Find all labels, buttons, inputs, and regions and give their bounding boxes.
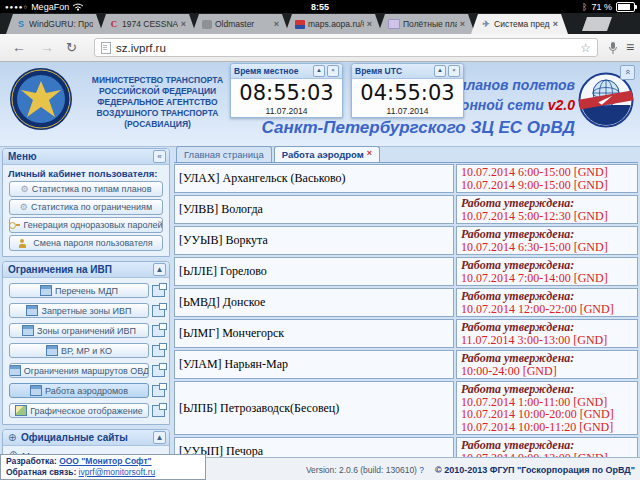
- tab-close-button[interactable]: ×: [367, 19, 372, 29]
- table-row[interactable]: [УЛАМ] Нарьян-Мар Работа утверждена: 10:…: [174, 350, 638, 379]
- table-row[interactable]: [ЬЛЛЕ] Горелово Работа утверждена: 10.07…: [174, 257, 638, 286]
- table-row[interactable]: [УЛАХ] Архангельск (Васьково) 10.07.2014…: [174, 164, 638, 193]
- ios-status-bar: ●●●●○ MegaFon 8:55 ᛒ 71 %: [0, 0, 640, 13]
- schedule-cell: Работа утверждена: 11.07.2014 3:00-13:00…: [456, 319, 638, 348]
- reload-button[interactable]: ↻: [66, 40, 77, 55]
- browser-tab[interactable]: Система представл ×: [471, 14, 568, 34]
- content-tab-close[interactable]: ×: [367, 146, 372, 160]
- browser-tab[interactable]: maps.aopa.ru/#lon/9 ×: [285, 14, 382, 34]
- sidebar-collapse-button[interactable]: «: [153, 150, 166, 163]
- voice-search-icon[interactable]: [608, 41, 618, 55]
- approved-label: Работа утверждена:: [461, 439, 633, 452]
- airport-name-cell: [ЬЛЛЕ] Горелово: [174, 257, 454, 286]
- table-row[interactable]: [ЬЛМГ] Мончегорск Работа утверждена: 11.…: [174, 319, 638, 348]
- restriction-button[interactable]: Ограничения маршрутов ОВД: [9, 363, 149, 378]
- restriction-button[interactable]: Графическое отображение: [9, 403, 149, 418]
- restrictions-collapse-button[interactable]: ▲: [153, 263, 166, 276]
- account-menu-button[interactable]: Статистика по типам планов: [9, 181, 163, 197]
- restrictions-panel-title: Ограничения на ИВП: [8, 264, 150, 275]
- bookmark-star-icon[interactable]: ☆: [580, 41, 591, 55]
- open-in-window-icon[interactable]: [152, 285, 165, 297]
- back-button[interactable]: ←: [12, 39, 26, 55]
- developer-label: Разработка:: [6, 456, 57, 466]
- developer-link[interactable]: ООО "Монитор Софт": [59, 456, 152, 466]
- browser-tab[interactable]: Полётные планы ×: [378, 14, 475, 34]
- tab-close-button[interactable]: ×: [274, 19, 279, 29]
- airport-name-cell: [УЛВВ] Вологда: [174, 195, 454, 224]
- restriction-button[interactable]: Работа аэродромов: [9, 383, 149, 398]
- tab-close-button[interactable]: ×: [553, 19, 558, 29]
- ipad-screen: ●●●●○ MegaFon 8:55 ᛒ 71 % WindGURU: Про: [0, 0, 640, 480]
- clock-titlebar[interactable]: Время UTC ▲ ×: [352, 64, 463, 79]
- table-row[interactable]: [УЛВВ] Вологда Работа утверждена: 10.07.…: [174, 195, 638, 224]
- account-menu-button[interactable]: Статистика по ограничениям: [9, 199, 163, 215]
- account-menu-button[interactable]: Генерация одноразовых паролей: [9, 217, 163, 233]
- clock-titlebar[interactable]: Время местное ▲ ×: [231, 64, 342, 79]
- schedule-cell: Работа утверждена: 10.07.2014 9:00-12:00…: [456, 437, 638, 457]
- table-row[interactable]: [ЬЛПБ] Петрозаводск(Бесовец) Работа утве…: [174, 381, 638, 435]
- menu-button-icon: [21, 185, 29, 194]
- browser-menu-button[interactable]: ≡: [626, 39, 634, 55]
- approved-label: Работа утверждена:: [461, 228, 633, 241]
- table-row[interactable]: [УУЫП] Печора Работа утверждена: 10.07.2…: [174, 437, 638, 457]
- tab-favicon: [109, 19, 119, 29]
- ministry-line: МИНИСТЕРСТВО ТРАНСПОРТА: [86, 75, 229, 86]
- clock-time: 04:55:03: [352, 80, 463, 106]
- feedback-email-link[interactable]: ivprf@monitorsoft.ru: [79, 467, 156, 477]
- browser-tab[interactable]: Oldmaster ×: [192, 14, 289, 34]
- clock-title: Время UTC: [355, 66, 432, 76]
- clock-date: 11.07.2014: [231, 106, 342, 116]
- table-row[interactable]: [ЬМВД] Донское Работа утверждена: 10.07.…: [174, 288, 638, 317]
- restriction-button[interactable]: Перечень МДП: [9, 283, 149, 298]
- tab-close-button[interactable]: ×: [181, 19, 186, 29]
- approved-label: Работа утверждена:: [461, 259, 633, 272]
- ministry-line: ФЕДЕРАЛЬНОЕ АГЕНТСТВО: [86, 97, 229, 108]
- table-row[interactable]: [УУЫВ] Воркута Работа утверждена: 10.07.…: [174, 226, 638, 255]
- open-in-window-icon[interactable]: [152, 305, 165, 317]
- approved-label: Работа утверждена:: [461, 321, 633, 334]
- forward-button[interactable]: →: [40, 39, 54, 55]
- open-in-window-icon[interactable]: [152, 345, 165, 357]
- open-in-window-icon[interactable]: [152, 325, 165, 337]
- tab-title: Oldmaster: [215, 19, 271, 29]
- open-in-window-icon[interactable]: [152, 405, 165, 417]
- new-tab-button[interactable]: [582, 17, 612, 31]
- schedule-cell: Работа утверждена: 10:00-24:00 [GND]: [456, 350, 638, 379]
- url-text[interactable]: sz.ivprf.ru: [116, 42, 575, 54]
- content-tab[interactable]: Главная страница: [176, 146, 272, 162]
- open-in-window-icon[interactable]: [152, 385, 165, 397]
- schedule-times: 10.07.2014 7:00-14:00 [GND]: [461, 272, 633, 285]
- tab-favicon: [388, 19, 400, 29]
- restriction-button-label: Зоны ограничений ИВП: [37, 326, 136, 336]
- restriction-button[interactable]: Запретные зоны ИВП: [9, 303, 149, 318]
- version-help-link[interactable]: ?: [419, 465, 424, 475]
- tab-favicon: [202, 20, 212, 29]
- restriction-button[interactable]: Зоны ограничений ИВП: [9, 323, 149, 338]
- content-tab[interactable]: Работа аэродром ×: [274, 146, 380, 162]
- restriction-button[interactable]: ВР, МР и КО: [9, 343, 149, 358]
- ministry-line: РОССИЙСКОЙ ФЕДЕРАЦИИ: [86, 86, 229, 97]
- clock-close-button[interactable]: ×: [327, 65, 339, 77]
- restriction-button-label: Перечень МДП: [55, 286, 118, 296]
- clock-collapse-button[interactable]: ▲: [434, 65, 446, 77]
- sites-collapse-button[interactable]: ▲: [153, 431, 166, 444]
- open-in-window-icon[interactable]: [152, 365, 165, 377]
- restriction-row: Перечень МДП: [9, 283, 165, 298]
- restriction-button-icon: [40, 285, 52, 296]
- collapse-header-button[interactable]: «: [620, 65, 635, 80]
- browser-tab[interactable]: WindGURU: Про: [6, 14, 103, 34]
- browser-tab-bar: WindGURU: Про 1974 CESSNA 150 F × Oldmas…: [0, 13, 640, 34]
- battery-percent-label: 71 %: [591, 2, 612, 12]
- address-bar[interactable]: sz.ivprf.ru ☆: [94, 38, 598, 57]
- schedule-cell: Работа утверждена: 10.07.2014 1:00-11:00…: [456, 381, 638, 435]
- menu-button-label: Смена пароля пользователя: [33, 238, 152, 248]
- browser-tab[interactable]: 1974 CESSNA 150 F ×: [99, 14, 196, 34]
- restriction-button-icon: [26, 305, 38, 316]
- clock-title: Время местное: [234, 66, 311, 76]
- tab-close-button[interactable]: ×: [460, 19, 465, 29]
- version-label: v2.0: [548, 97, 575, 113]
- clock-close-button[interactable]: ×: [448, 65, 460, 77]
- airport-schedule-table: [УЛАХ] Архангельск (Васьково) 10.07.2014…: [174, 164, 638, 457]
- clock-collapse-button[interactable]: ▲: [313, 65, 325, 77]
- account-menu-button[interactable]: Смена пароля пользователя: [9, 235, 163, 251]
